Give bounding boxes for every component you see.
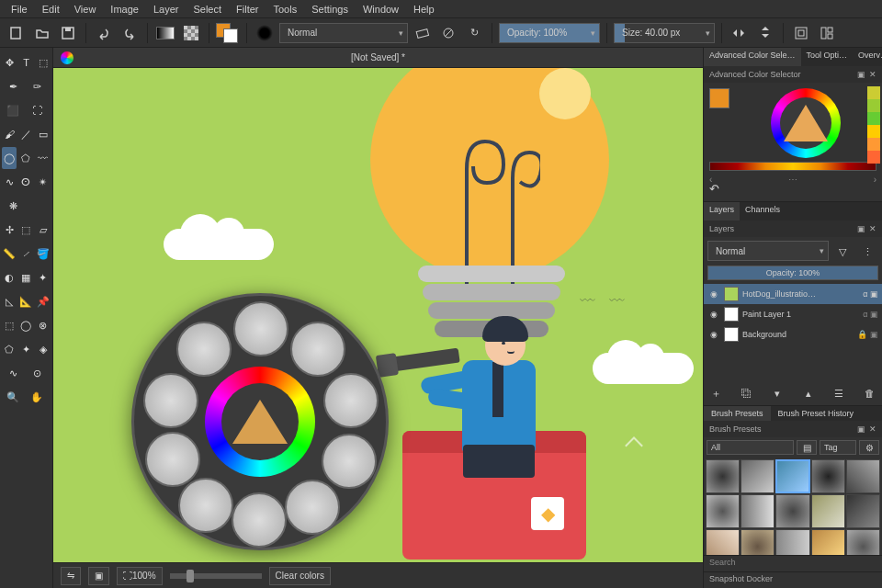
add-layer-button[interactable]: ＋ [707,385,724,401]
close-icon[interactable]: ✕ [869,70,876,79]
pattern-preset[interactable] [180,22,202,44]
visibility-icon[interactable]: ◉ [707,310,720,319]
zoom-reset-button[interactable]: ⛶ 100% [117,567,163,585]
popup-color-triangle[interactable] [232,400,288,444]
rect-tool[interactable]: ▭ [36,123,51,145]
visibility-icon[interactable]: ◉ [707,330,720,339]
popup-brush-slot[interactable] [232,492,287,548]
delete-layer-button[interactable]: 🗑 [862,385,878,401]
menu-select[interactable]: Select [186,2,229,17]
brush-size-slider[interactable]: Size: 40.00 px [614,23,715,43]
tab-brush-presets[interactable]: Brush Presets [704,406,771,421]
wrap-mode-button[interactable] [790,22,812,44]
brush-preset[interactable] [741,494,775,528]
brush-preset[interactable] [846,494,880,528]
fill-tool[interactable]: 🪣 [36,243,51,265]
tab-brush-history[interactable]: Brush Preset History [771,406,862,421]
mirror-v-button[interactable] [754,22,776,44]
multibrush-tool[interactable]: ❋ [2,195,24,217]
transform2-tool[interactable]: ⬚ [18,219,33,241]
similar-select-tool[interactable]: ◈ [36,338,51,360]
layer-menu-icon[interactable]: ⋮ [856,241,878,263]
popup-brush-slot[interactable] [178,478,233,533]
tab-channels[interactable]: Channels [740,202,786,220]
opacity-slider[interactable]: Opacity: 100% [499,23,600,43]
hue-column[interactable] [867,86,880,164]
float-icon[interactable]: ▣ [857,224,865,233]
duplicate-layer-button[interactable]: ⿻ [739,385,755,401]
brush-view-button[interactable]: ▤ [797,440,817,455]
menu-view[interactable]: View [67,2,104,17]
move-up-button[interactable]: ▴ [800,385,817,401]
tab-tool-options[interactable]: Tool Opti… [801,48,854,66]
popup-brush-slot[interactable] [290,322,345,377]
layer-row[interactable]: ◉Background🔒 ▣ [704,324,882,345]
assist-handle[interactable] [625,436,643,455]
brush-preset[interactable] [706,494,740,528]
popup-brush-slot[interactable] [285,480,340,535]
contiguous-select-tool[interactable]: ✦ [18,338,33,360]
hue-ring[interactable] [771,88,841,158]
picker-tool[interactable]: ⟋ [18,243,33,265]
popup-brush-slot[interactable] [322,434,377,489]
lasso-select-tool[interactable]: ⊗ [36,314,51,336]
freehand-tool[interactable]: ⵙ [18,171,33,193]
rect-select-tool[interactable]: ⬚ [2,314,17,336]
brush-tag-dropdown[interactable]: Tag [820,440,856,455]
menu-filter[interactable]: Filter [229,2,266,17]
measure-tool[interactable]: 📏 [2,243,17,265]
tab-overview[interactable]: Overv… [853,48,882,66]
brush-preset[interactable] [846,529,880,555]
brush-preset[interactable] [775,529,809,555]
tab-color-selector[interactable]: Advanced Color Sele… [704,48,801,66]
ruler-tool[interactable]: 📐 [18,290,33,312]
brush-preset[interactable] [741,459,775,493]
document-title[interactable]: [Not Saved] * [351,52,405,62]
gradient-preset[interactable] [154,22,176,44]
brush-preset[interactable] [741,529,775,555]
zoom-tool[interactable]: 🔍 [2,386,24,408]
perspective-tool[interactable]: ▱ [36,219,51,241]
color-triangle[interactable] [784,105,828,141]
undo-button[interactable] [93,22,115,44]
zoom-slider[interactable] [170,573,262,579]
brush-preset[interactable] [846,459,880,493]
tab-layers[interactable]: Layers [704,202,740,220]
bezier-tool[interactable]: ∿ [2,171,17,193]
brush-preset[interactable] [775,459,809,493]
close-icon[interactable]: ✕ [869,224,876,233]
smart-fill-tool[interactable]: ✦ [36,266,51,288]
menu-help[interactable]: Help [406,2,442,17]
menu-layer[interactable]: Layer [146,2,187,17]
move-down-button[interactable]: ▾ [769,385,786,401]
polygon-tool[interactable]: ⬠ [18,147,33,169]
float-icon[interactable]: ▣ [857,70,865,79]
layer-opacity-slider[interactable]: Opacity: 100% [707,266,878,280]
line-tool[interactable]: ／ [18,123,33,145]
canvas-only-button[interactable]: ▣ [88,567,109,585]
menu-tools[interactable]: Tools [266,2,305,17]
shade-bar[interactable] [709,162,876,171]
menu-edit[interactable]: Edit [35,2,67,17]
clear-colors-button[interactable]: Clear colors [269,567,331,585]
menu-file[interactable]: File [4,2,35,17]
calligraphy-tool[interactable]: ✒ [2,75,24,97]
brush-preset[interactable] [706,529,740,555]
workspace-button[interactable] [816,22,838,44]
dynamic-brush-tool[interactable]: ✴ [36,171,51,193]
popup-brush-slot[interactable] [233,301,288,356]
magnetic-select-tool[interactable]: ⊙ [26,362,48,384]
filter-icon[interactable]: ▽ [831,241,854,263]
pen-tool[interactable]: ✑ [26,75,48,97]
poly-select-tool[interactable]: ⬠ [2,338,17,360]
float-icon[interactable]: ▣ [857,424,865,434]
brush-preset[interactable] [775,494,809,528]
popup-palette[interactable] [131,293,389,550]
assist-tool[interactable]: ◺ [2,290,17,312]
open-file-button[interactable] [31,22,53,44]
brush-settings-button[interactable]: ⚙ [859,440,879,455]
brush-search[interactable]: Search [704,555,882,571]
brush-tool[interactable]: 🖌 [2,123,17,145]
move-layer-tool[interactable]: ✢ [2,219,17,241]
layer-props-button[interactable]: ☰ [831,385,847,401]
